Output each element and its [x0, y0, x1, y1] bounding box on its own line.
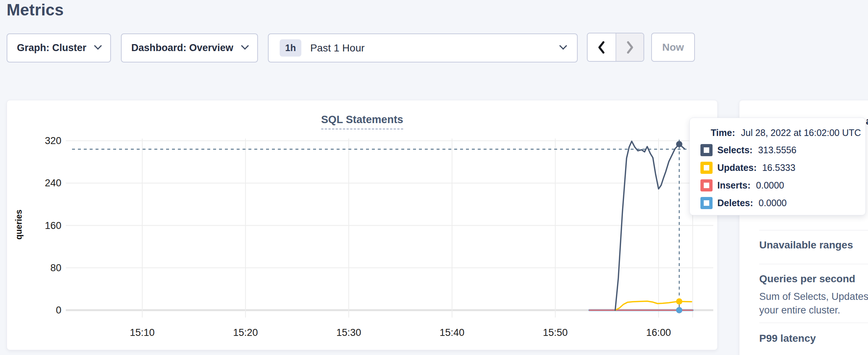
chevron-down-icon — [241, 42, 249, 50]
series-label: Updates: — [717, 162, 757, 173]
sql-statements-chart[interactable]: 08016024032015:1015:2015:3015:4015:5016:… — [7, 100, 718, 351]
chart-tooltip: Time:Jul 28, 2022 at 16:02:00 UTC Select… — [689, 118, 866, 215]
inserts-series-swatch — [700, 179, 713, 191]
series-value: 0.0000 — [756, 180, 784, 191]
series-value: 313.5556 — [758, 145, 796, 155]
svg-text:queries: queries — [14, 209, 24, 240]
sidebar-truncated-text: a — [866, 115, 868, 127]
svg-text:15:20: 15:20 — [233, 327, 258, 338]
series-value: 16.5333 — [762, 162, 795, 173]
sidebar-heading-queries-per-second: Queries per second — [759, 273, 855, 285]
svg-text:16:00: 16:00 — [646, 327, 671, 338]
dashboard-label: Dashboard: Overview — [131, 42, 233, 54]
time-range-label: Past 1 Hour — [310, 42, 365, 54]
svg-text:240: 240 — [45, 178, 61, 189]
chart-title: SQL Statements — [321, 114, 403, 129]
qps-description-line-1: Sum of Selects, Updates, Inserts — [759, 290, 868, 304]
series-label: Inserts: — [717, 180, 750, 191]
tooltip-row: Selects: 313.5556 — [700, 141, 865, 159]
section-divider — [759, 323, 868, 323]
tooltip-time-row: Time:Jul 28, 2022 at 16:02:00 UTC — [711, 128, 865, 138]
tooltip-row: Updates: 16.5333 — [700, 159, 865, 176]
series-label: Selects: — [717, 145, 753, 155]
chevron-left-icon — [598, 41, 606, 54]
svg-text:15:50: 15:50 — [543, 327, 568, 338]
series-value: 0.0000 — [758, 198, 786, 208]
graph-scope-dropdown[interactable]: Graph: Cluster — [7, 33, 111, 62]
svg-text:0: 0 — [56, 305, 61, 316]
svg-text:15:40: 15:40 — [440, 327, 465, 338]
svg-text:320: 320 — [45, 135, 61, 146]
chevron-down-icon — [94, 42, 102, 50]
prev-interval-button[interactable] — [588, 33, 616, 61]
sidebar-heading-p99-latency: P99 latency — [759, 333, 816, 344]
time-range-badge: 1h — [280, 39, 301, 57]
sidebar-heading-unavailable-ranges: Unavailable ranges — [759, 239, 853, 251]
chevron-right-icon — [626, 41, 634, 54]
tooltip-row: Inserts: 0.0000 — [700, 176, 865, 194]
svg-text:160: 160 — [45, 220, 61, 231]
now-button[interactable]: Now — [651, 33, 695, 62]
section-divider — [759, 230, 868, 230]
section-divider — [759, 264, 868, 264]
series-label: Deletes: — [717, 198, 753, 208]
svg-text:15:30: 15:30 — [336, 327, 361, 338]
next-interval-button[interactable] — [616, 33, 643, 61]
tooltip-time-label: Time: — [711, 128, 735, 138]
time-range-dropdown[interactable]: 1h Past 1 Hour — [268, 33, 578, 62]
graph-scope-label: Graph: Cluster — [17, 42, 86, 54]
deletes-series-swatch — [700, 197, 713, 209]
interval-arrows — [587, 33, 644, 62]
tooltip-time-value: Jul 28, 2022 at 16:02:00 UTC — [741, 128, 861, 138]
updates-series-swatch — [700, 162, 713, 174]
svg-text:80: 80 — [50, 262, 61, 273]
sql-statements-card: 08016024032015:1015:2015:3015:4015:5016:… — [7, 100, 718, 350]
selects-series-swatch — [700, 144, 713, 156]
dashboard-dropdown[interactable]: Dashboard: Overview — [121, 33, 258, 62]
tooltip-row: Deletes: 0.0000 — [700, 194, 865, 212]
chevron-down-icon — [559, 42, 567, 50]
metrics-page: Metrics Graph: Cluster Dashboard: Overvi… — [0, 0, 868, 355]
page-title: Metrics — [7, 1, 64, 19]
svg-text:15:10: 15:10 — [130, 327, 155, 338]
qps-description-line-2: your entire cluster. — [759, 304, 840, 317]
